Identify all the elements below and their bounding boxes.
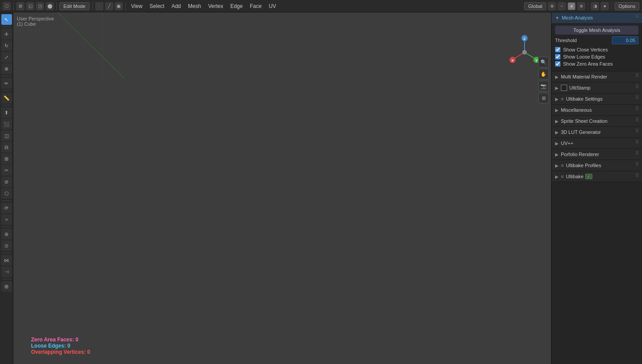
lut-generator-drag[interactable]: [636, 129, 638, 135]
menu-view[interactable]: View: [129, 2, 145, 10]
menu-edge[interactable]: Edge: [227, 2, 245, 10]
annotate-tool[interactable]: ✏: [1, 78, 12, 89]
ultibake-header[interactable]: ▶ ≡ Ultibake ✓: [552, 171, 642, 182]
ultibake-profiles-header[interactable]: ▶ ≡ Ultibake Profiles: [552, 160, 642, 171]
smooth-tool[interactable]: ≈: [1, 214, 12, 225]
loop-cut-tool[interactable]: ⊟: [1, 142, 12, 153]
show-loose-edges-row: Show Loose Edges: [555, 54, 638, 59]
extrude-tool[interactable]: ⬆: [1, 107, 12, 118]
navigation-gizmo[interactable]: Z Y X: [507, 35, 542, 70]
miscellaneous-drag[interactable]: [636, 107, 638, 113]
ultibake-list-icon: ≡: [561, 174, 564, 179]
knife-tool[interactable]: ✂: [1, 165, 12, 176]
sprite-sheet-drag[interactable]: [636, 118, 638, 124]
miscellaneous-header[interactable]: ▶ Miscellaneous: [552, 105, 642, 115]
sprite-sheet-label: Sprite Sheet Creation: [561, 118, 607, 124]
ultibake-settings-header[interactable]: ▶ ≡ Ultibake Settings: [552, 94, 642, 104]
header-icon-3[interactable]: ◳: [36, 2, 44, 10]
menu-mesh[interactable]: Mesh: [185, 2, 204, 10]
vertex-select-icon[interactable]: ·: [95, 2, 103, 10]
inset-tool[interactable]: ⬛: [1, 119, 12, 129]
move-tool[interactable]: ✛: [1, 29, 12, 39]
viewport-grid-icon[interactable]: ⊞: [538, 93, 549, 103]
threshold-input[interactable]: [612, 36, 638, 44]
svg-point-33: [522, 50, 527, 55]
viewport-shade-icon[interactable]: ◑: [591, 2, 599, 10]
edit-mode-selector[interactable]: Edit Mode: [59, 2, 90, 10]
lut-generator-header[interactable]: ▶ 3D LUT Generator: [552, 127, 642, 137]
multi-material-header[interactable]: ▶ Multi Material Render: [552, 71, 642, 82]
header-icon-1[interactable]: ⊞: [16, 2, 24, 10]
viewport-zoom-icon[interactable]: 🔍: [538, 57, 549, 67]
overlapping-vertices-stat: Overlapping Vertices: 0: [31, 349, 90, 355]
shrink-tool[interactable]: ⊛: [1, 229, 12, 239]
overlay-icon[interactable]: ⊛: [577, 2, 585, 10]
shear-tool[interactable]: ⋈: [1, 255, 12, 266]
bisect-tool[interactable]: ⊘: [1, 176, 12, 187]
push-pull-tool[interactable]: ⊙: [1, 240, 12, 251]
svg-rect-2: [13, 12, 146, 79]
toggle-mesh-analysis-button[interactable]: Toggle Mesh Analysis: [555, 26, 638, 35]
show-loose-edges-checkbox[interactable]: [555, 54, 560, 59]
uvpp-drag[interactable]: [636, 140, 638, 146]
sprite-sheet-header[interactable]: ▶ Sprite Sheet Creation: [552, 116, 642, 126]
show-close-vertices-row: Show Close Vertices: [555, 47, 638, 52]
ultistamp-header[interactable]: ▶ UltiStamp: [552, 82, 642, 93]
transform-selector[interactable]: Global: [524, 2, 546, 10]
color-icon[interactable]: ■: [568, 2, 575, 10]
ultistamp-label: UltiStamp: [569, 85, 591, 90]
menu-vertex[interactable]: Vertex: [205, 2, 226, 10]
options-button[interactable]: Options: [615, 2, 639, 10]
menu-select[interactable]: Select: [147, 2, 167, 10]
offset-edge-tool[interactable]: ⊞: [1, 153, 12, 164]
ultistamp-chevron: ▶: [555, 86, 559, 90]
menu-add[interactable]: Add: [169, 2, 184, 10]
ultibake-profiles-drag[interactable]: [636, 162, 638, 168]
ultibake-profiles-label: Ultibake Profiles: [566, 163, 601, 168]
blender-logo-icon[interactable]: ⬡: [3, 2, 11, 10]
header-icon-4[interactable]: ⬤: [46, 2, 54, 10]
ultistamp-drag[interactable]: [636, 85, 638, 91]
multi-material-label: Multi Material Render: [561, 74, 607, 79]
multi-material-drag[interactable]: [636, 74, 638, 80]
mesh-analysis-drag-handle[interactable]: [636, 15, 638, 21]
header-icon-2[interactable]: ◱: [26, 2, 34, 10]
rotate-tool[interactable]: ↻: [1, 40, 12, 51]
ultibake-profiles-list-icon: ≡: [561, 163, 564, 168]
left-toolbar: ↖ ✛ ↻ ⤢ ⊕ ✏ 📏 ⬆ ⬛ ◫ ⊟ ⊞ ✂ ⊘ ⬡ ⟳ ≈ ⊛ ⊙ ⋈ …: [0, 12, 13, 364]
ultibake-settings-drag[interactable]: [636, 96, 638, 102]
show-zero-area-checkbox[interactable]: [555, 61, 560, 67]
portfolio-renderer-section: ▶ Porfolio Renderer: [552, 149, 642, 160]
threshold-row: Threshold: [555, 36, 638, 44]
ultibake-settings-label: Ultibake Settings: [566, 96, 603, 102]
scale-tool[interactable]: ⤢: [1, 52, 12, 63]
spin-tool[interactable]: ⟳: [1, 203, 12, 213]
portfolio-renderer-header[interactable]: ▶ Porfolio Renderer: [552, 149, 642, 160]
threshold-label: Threshold: [555, 38, 577, 43]
viewport-camera-icon[interactable]: 📷: [538, 81, 549, 91]
cursor-tool[interactable]: ↖: [1, 14, 12, 25]
viewport-hand-icon[interactable]: ✋: [538, 69, 549, 79]
ultibake-profiles-chevron: ▶: [555, 163, 559, 168]
ultibake-settings-chevron: ▶: [555, 97, 559, 102]
edge-select-icon[interactable]: ╱: [105, 2, 113, 10]
portfolio-renderer-drag[interactable]: [636, 151, 638, 157]
bevel-tool[interactable]: ◫: [1, 130, 12, 141]
face-select-icon[interactable]: ▣: [115, 2, 123, 10]
show-close-vertices-checkbox[interactable]: [555, 47, 560, 52]
viewport[interactable]: User Perspective (1) Cube Z Y X 🔍 ✋ 📷 ⊞: [13, 12, 551, 364]
misc-tool[interactable]: ⊞: [1, 281, 12, 292]
transform-tool[interactable]: ⊕: [1, 63, 12, 74]
uvpp-header[interactable]: ▶ UV++: [552, 138, 642, 149]
mesh-analysis-section: ▼ Mesh Analysis Toggle Mesh Analysis Thr…: [552, 12, 642, 71]
poly-build-tool[interactable]: ⬡: [1, 188, 12, 199]
rip-tool[interactable]: ⊣: [1, 266, 12, 277]
menu-face[interactable]: Face: [247, 2, 264, 10]
ultibake-drag[interactable]: [636, 173, 638, 180]
menu-uv[interactable]: UV: [266, 2, 279, 10]
proportional-icon[interactable]: ○: [558, 2, 566, 10]
render-icon[interactable]: ●: [601, 2, 609, 10]
mesh-analysis-header[interactable]: ▼ Mesh Analysis: [552, 12, 642, 23]
measure-tool[interactable]: 📏: [1, 93, 12, 103]
snap-icon[interactable]: ⊕: [548, 2, 556, 10]
